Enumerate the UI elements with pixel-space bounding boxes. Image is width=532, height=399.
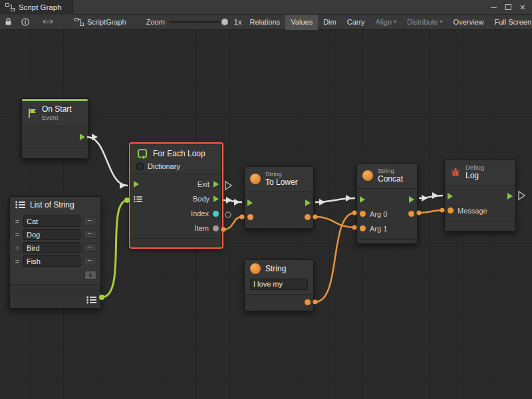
drag-handle[interactable]: = bbox=[14, 217, 21, 225]
list-item: = − bbox=[14, 215, 96, 227]
node-for-each-loop[interactable]: For Each Loop Dictionary Exit Body bbox=[130, 144, 222, 247]
graph-name-label: ScriptGraph bbox=[87, 18, 126, 26]
drag-handle[interactable]: = bbox=[14, 257, 21, 265]
result-output-port[interactable] bbox=[408, 211, 414, 217]
arg1-input-port[interactable] bbox=[360, 225, 366, 231]
node-list-of-string[interactable]: List of String = − = − = − bbox=[9, 196, 101, 309]
list-add-row: + bbox=[10, 269, 100, 284]
list-item-input[interactable] bbox=[23, 255, 80, 267]
minimize-button[interactable]: ─ bbox=[491, 3, 497, 12]
chevron-down-icon: ▾ bbox=[440, 19, 443, 25]
port-label: Index bbox=[191, 209, 209, 217]
flow-input-port[interactable] bbox=[134, 181, 139, 188]
wire-arrow-icon bbox=[120, 182, 126, 189]
node-debug-log[interactable]: Debug Log Message bbox=[444, 160, 516, 231]
flow-output-port[interactable] bbox=[80, 134, 85, 140]
graph-name[interactable]: ScriptGraph bbox=[57, 18, 132, 26]
script-graph-window: Script Graph ─ × <·> ScriptGraph Zoom 1x bbox=[0, 0, 532, 399]
string-output-port[interactable] bbox=[305, 299, 311, 305]
zoom-slider-handle[interactable] bbox=[221, 19, 228, 25]
node-string-literal[interactable]: String bbox=[244, 259, 314, 311]
values-button[interactable]: Values bbox=[285, 15, 318, 30]
exit-output-port[interactable] bbox=[213, 181, 219, 188]
collection-input-port[interactable] bbox=[134, 196, 142, 203]
flow-output-port[interactable] bbox=[305, 200, 311, 206]
graph-canvas[interactable]: On Start Event List of String = bbox=[0, 30, 532, 399]
port-row-arg0: Arg 0 bbox=[357, 207, 417, 221]
flow-input-port[interactable] bbox=[360, 196, 365, 203]
close-button[interactable]: × bbox=[520, 2, 525, 13]
button-label: Align bbox=[376, 18, 392, 26]
wire-arrow-icon bbox=[226, 197, 232, 203]
ports-section bbox=[22, 126, 88, 148]
index-output-port[interactable] bbox=[213, 211, 219, 217]
wire-arrow-icon bbox=[422, 195, 428, 201]
wire-concat-log-flow bbox=[419, 196, 443, 198]
maximize-button[interactable] bbox=[505, 4, 511, 10]
zoom-control: Zoom 1x bbox=[132, 18, 245, 26]
full-screen-button[interactable]: Full Screen bbox=[489, 15, 532, 30]
node-header: String bbox=[245, 260, 313, 276]
chevron-down-icon: ▾ bbox=[394, 19, 396, 25]
relations-button[interactable]: Relations bbox=[244, 15, 285, 30]
port-label: Arg 0 bbox=[370, 210, 387, 218]
node-on-start[interactable]: On Start Event bbox=[21, 98, 88, 159]
wire-literal-arg0 bbox=[315, 213, 355, 302]
wire-onstart-foreach bbox=[87, 137, 128, 186]
remove-item-button[interactable]: − bbox=[83, 217, 96, 225]
wire-arrow-icon bbox=[234, 199, 240, 205]
button-label: Values bbox=[291, 18, 313, 26]
node-header: For Each Loop bbox=[131, 144, 221, 162]
port-row-arg1: Arg 1 bbox=[357, 221, 417, 236]
node-footer bbox=[445, 221, 515, 231]
port-label: Message bbox=[458, 207, 487, 215]
wire-item-tolower bbox=[223, 217, 242, 229]
wire-arrow-icon bbox=[92, 134, 98, 140]
drag-handle[interactable]: = bbox=[14, 231, 21, 239]
add-item-button[interactable]: + bbox=[84, 271, 96, 280]
node-header: String To Lower bbox=[245, 167, 313, 192]
flow-output-port[interactable] bbox=[409, 196, 414, 203]
port-label: Exit bbox=[198, 180, 209, 188]
port-row-message: Message bbox=[445, 203, 515, 218]
dictionary-checkbox[interactable] bbox=[136, 163, 144, 170]
flow-input-port[interactable] bbox=[448, 193, 453, 200]
zoom-slider[interactable] bbox=[170, 21, 229, 23]
remove-item-button[interactable]: − bbox=[83, 257, 96, 265]
overview-button[interactable]: Overview bbox=[448, 15, 489, 30]
remove-item-button[interactable]: − bbox=[83, 230, 96, 239]
flow-input-port[interactable] bbox=[247, 200, 253, 206]
string-input-port[interactable] bbox=[247, 214, 253, 220]
code-preview-icon[interactable]: <·> bbox=[38, 15, 57, 30]
node-to-lower[interactable]: String To Lower bbox=[244, 166, 314, 229]
button-label: Overview bbox=[454, 18, 484, 26]
drag-handle[interactable]: = bbox=[14, 244, 21, 252]
list-output-port[interactable] bbox=[86, 296, 96, 304]
info-icon[interactable] bbox=[17, 15, 34, 30]
graph-icon bbox=[5, 3, 15, 11]
string-output-port[interactable] bbox=[305, 214, 311, 220]
remove-item-button[interactable]: − bbox=[83, 243, 96, 252]
port-label: Item bbox=[195, 224, 209, 232]
item-output-port[interactable] bbox=[213, 225, 219, 231]
string-value-input[interactable] bbox=[250, 279, 308, 290]
carry-button[interactable]: Carry bbox=[342, 15, 370, 30]
list-item-input[interactable] bbox=[23, 242, 80, 253]
body-output-port[interactable] bbox=[213, 196, 219, 202]
message-input-port[interactable] bbox=[448, 207, 454, 213]
align-button[interactable]: Align▾ bbox=[370, 15, 402, 30]
flow-output-port[interactable] bbox=[507, 193, 513, 200]
distribute-button[interactable]: Distribute▾ bbox=[402, 15, 448, 30]
tab-script-graph[interactable]: Script Graph bbox=[0, 0, 73, 15]
button-label: Carry bbox=[347, 18, 365, 26]
dim-button[interactable]: Dim bbox=[318, 15, 342, 30]
wire-endpoint-dot bbox=[124, 198, 130, 203]
node-concat[interactable]: String Concat Arg 0 Arg 1 bbox=[356, 163, 418, 244]
list-item-input[interactable] bbox=[23, 215, 80, 227]
arg0-input-port[interactable] bbox=[360, 211, 366, 217]
port-row bbox=[22, 130, 88, 144]
wire-concat-message bbox=[419, 210, 443, 213]
lock-icon[interactable] bbox=[0, 15, 17, 30]
list-item-input[interactable] bbox=[23, 229, 80, 240]
node-title: Log bbox=[466, 172, 484, 181]
